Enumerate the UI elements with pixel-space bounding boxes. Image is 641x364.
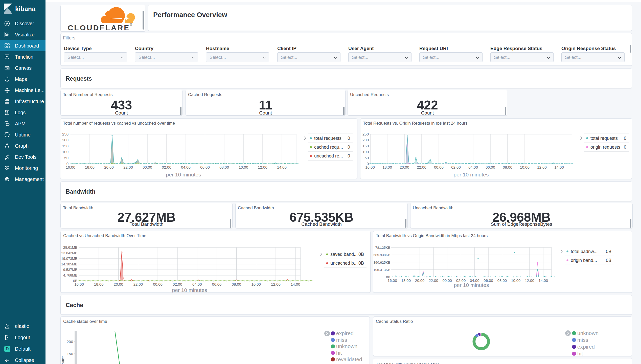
svg-text:50: 50 — [64, 156, 68, 160]
svg-text:02:00: 02:00 — [451, 165, 461, 169]
svg-text:02:00: 02:00 — [173, 282, 182, 286]
svg-text:16:00: 16:00 — [365, 165, 375, 169]
svg-text:14:00: 14:00 — [277, 165, 287, 169]
svg-text:10:00: 10:00 — [251, 282, 261, 286]
svg-text:06:00: 06:00 — [200, 165, 210, 169]
svg-text:100: 100 — [62, 150, 68, 154]
svg-text:200: 200 — [62, 138, 68, 142]
svg-text:00:00: 00:00 — [442, 278, 452, 283]
svg-text:02:00: 02:00 — [162, 165, 171, 169]
svg-text:per 10 minutes: per 10 minutes — [172, 287, 207, 293]
svg-text:18:00: 18:00 — [94, 282, 104, 286]
svg-text:0B: 0B — [606, 258, 611, 263]
svg-text:unknown: unknown — [336, 343, 357, 349]
svg-text:22:00: 22:00 — [133, 282, 143, 286]
svg-text:per 10 minutes: per 10 minutes — [454, 282, 489, 288]
svg-text:0: 0 — [624, 136, 626, 141]
svg-text:200: 200 — [362, 138, 369, 142]
svg-text:28.61MB: 28.61MB — [63, 245, 77, 249]
svg-text:150: 150 — [67, 352, 73, 356]
svg-text:50: 50 — [364, 156, 369, 160]
svg-text:14.305MB: 14.305MB — [61, 262, 77, 266]
svg-text:04:00: 04:00 — [468, 165, 478, 169]
svg-text:per 10 minutes: per 10 minutes — [454, 172, 489, 177]
svg-text:0: 0 — [348, 145, 350, 150]
svg-text:12:00: 12:00 — [271, 282, 281, 286]
svg-text:06:00: 06:00 — [486, 165, 495, 169]
svg-text:uncached re...: uncached re... — [314, 153, 343, 158]
svg-text:unknown: unknown — [577, 330, 599, 336]
svg-text:20:00: 20:00 — [114, 282, 123, 286]
svg-text:250: 250 — [62, 132, 68, 136]
svg-text:12:00: 12:00 — [525, 278, 534, 283]
svg-text:585.938KB: 585.938KB — [373, 253, 390, 257]
svg-text:0B: 0B — [606, 249, 611, 254]
svg-text:00:00: 00:00 — [143, 165, 152, 169]
svg-text:08:00: 08:00 — [503, 165, 512, 169]
svg-text:expired: expired — [577, 344, 595, 350]
svg-text:CLOUDFLARE: CLOUDFLARE — [68, 24, 130, 32]
svg-text:18:00: 18:00 — [85, 165, 95, 169]
svg-text:10:00: 10:00 — [511, 278, 521, 283]
svg-text:100: 100 — [362, 150, 369, 154]
svg-text:9.537MB: 9.537MB — [63, 268, 77, 272]
svg-text:04:00: 04:00 — [181, 165, 191, 169]
svg-text:origin requests: origin requests — [590, 145, 620, 150]
svg-text:revalidated: revalidated — [336, 356, 362, 362]
svg-text:0: 0 — [348, 153, 350, 158]
svg-text:06:00: 06:00 — [212, 282, 222, 286]
svg-text:12:00: 12:00 — [537, 165, 547, 169]
svg-text:04:00: 04:00 — [192, 282, 202, 286]
svg-text:miss: miss — [336, 337, 347, 343]
svg-text:23.842MB: 23.842MB — [61, 251, 77, 255]
svg-text:14:00: 14:00 — [291, 282, 300, 286]
svg-text:195.313KB: 195.313KB — [373, 268, 390, 272]
svg-text:12:00: 12:00 — [258, 165, 267, 169]
svg-text:hit: hit — [336, 350, 342, 356]
svg-text:per 10 minutes: per 10 minutes — [166, 172, 201, 177]
svg-text:16:00: 16:00 — [66, 165, 75, 169]
svg-text:14:00: 14:00 — [539, 278, 548, 283]
svg-text:08:00: 08:00 — [497, 278, 507, 283]
svg-text:hit: hit — [577, 351, 583, 356]
svg-text:0B: 0B — [358, 261, 364, 266]
svg-text:200: 200 — [67, 339, 73, 344]
svg-text:08:00: 08:00 — [219, 165, 229, 169]
svg-text:0: 0 — [624, 145, 626, 150]
svg-text:uncached b...: uncached b... — [330, 261, 358, 266]
svg-text:D: D — [6, 347, 9, 351]
svg-text:origin band...: origin band... — [571, 258, 597, 263]
svg-text:saved band...: saved band... — [330, 252, 358, 257]
svg-text:00:00: 00:00 — [434, 165, 444, 169]
svg-text:10:00: 10:00 — [239, 165, 248, 169]
svg-text:cached requ...: cached requ... — [314, 145, 343, 150]
svg-text:22:00: 22:00 — [123, 165, 133, 169]
svg-text:150: 150 — [62, 144, 68, 148]
svg-text:18:00: 18:00 — [382, 165, 392, 169]
svg-text:19.073MB: 19.073MB — [61, 257, 77, 261]
svg-text:16:00: 16:00 — [387, 278, 397, 283]
svg-text:18:00: 18:00 — [401, 278, 411, 283]
svg-text:22:00: 22:00 — [417, 165, 426, 169]
svg-text:Count: Count — [61, 356, 65, 364]
svg-text:expired: expired — [336, 330, 354, 336]
svg-text:miss: miss — [577, 337, 588, 343]
svg-text:781.25KB: 781.25KB — [375, 246, 390, 249]
svg-text:0: 0 — [348, 136, 350, 141]
svg-text:20:00: 20:00 — [104, 165, 114, 169]
svg-text:22:00: 22:00 — [429, 278, 438, 283]
svg-text:20:00: 20:00 — [415, 278, 425, 283]
svg-text:20:00: 20:00 — [400, 165, 409, 169]
svg-text:10:00: 10:00 — [520, 165, 530, 169]
svg-text:®: ® — [130, 23, 132, 27]
svg-text:16:00: 16:00 — [74, 282, 84, 286]
svg-text:total requests: total requests — [314, 136, 341, 141]
svg-text:total requests: total requests — [590, 136, 618, 141]
svg-text:00:00: 00:00 — [153, 282, 163, 286]
svg-text:14:00: 14:00 — [554, 165, 564, 169]
svg-text:0B: 0B — [358, 252, 364, 257]
svg-text:4.768MB: 4.768MB — [63, 273, 77, 277]
svg-text:total badnw...: total badnw... — [571, 249, 598, 254]
svg-text:250: 250 — [362, 132, 369, 136]
svg-text:390.625KB: 390.625KB — [373, 261, 390, 264]
